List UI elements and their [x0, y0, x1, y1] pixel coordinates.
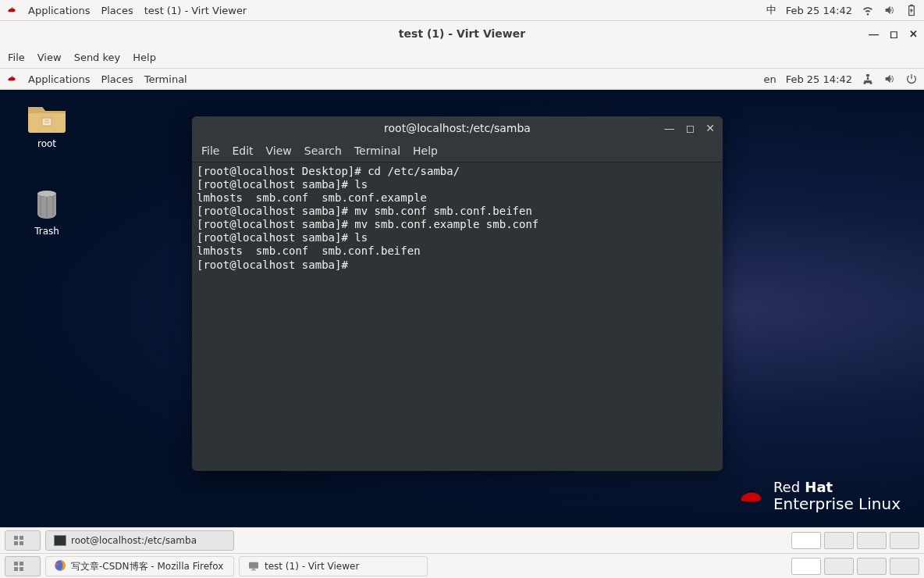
minimize-button[interactable]: —: [869, 28, 879, 40]
redhat-icon: [6, 73, 17, 84]
svg-rect-11: [252, 569, 255, 569]
redhat-icon: [6, 5, 17, 16]
host-taskbar: 写文章-CSDN博客 - Mozilla Firefox test (1) - …: [0, 553, 924, 578]
workspace-3[interactable]: [857, 558, 887, 575]
terminal-minimize-button[interactable]: —: [664, 122, 675, 134]
svg-rect-2: [20, 536, 23, 540]
terminal-title: root@localhost:/etc/samba: [384, 122, 531, 134]
guest-task-terminal[interactable]: root@localhost:/etc/samba: [45, 530, 234, 551]
vv-menu-file[interactable]: File: [8, 52, 25, 63]
svg-rect-1: [14, 536, 18, 540]
terminal-body[interactable]: [root@localhost Desktop]# cd /etc/samba/…: [192, 162, 723, 471]
svg-rect-7: [14, 567, 18, 571]
wifi-icon[interactable]: [862, 4, 874, 16]
host-show-desktop-button[interactable]: [5, 556, 41, 576]
host-task-label: 写文章-CSDN博客 - Mozilla Firefox: [71, 560, 223, 573]
terminal-icon: [54, 535, 66, 546]
terminal-menubar: File Edit View Search Terminal Help: [192, 140, 723, 162]
trash-icon: [27, 188, 67, 221]
workspace-4[interactable]: [890, 558, 919, 575]
workspace-1[interactable]: [791, 532, 821, 549]
host-topbar: Applications Places test (1) - Virt View…: [0, 0, 924, 21]
guest-desktop[interactable]: root Trash root@localhost:/etc/samba — ◻…: [0, 90, 924, 527]
host-task-firefox[interactable]: 写文章-CSDN博客 - Mozilla Firefox: [45, 556, 234, 576]
redhat-brand: Red Hat Enterprise Linux: [737, 480, 901, 513]
host-task-label: test (1) - Virt Viewer: [265, 561, 359, 572]
guest-workspace-switcher[interactable]: [791, 532, 919, 549]
virtviewer-menubar: File View Send key Help: [0, 46, 924, 69]
guest-task-label: root@localhost:/etc/samba: [71, 535, 197, 546]
term-menu-view[interactable]: View: [266, 144, 292, 157]
volume-icon[interactable]: [883, 73, 896, 85]
virtviewer-window: test (1) - Virt Viewer — ◻ ✕ File View S…: [0, 21, 924, 553]
virtviewer-titlebar: test (1) - Virt Viewer — ◻ ✕: [0, 21, 924, 46]
terminal-maximize-button[interactable]: ◻: [686, 122, 695, 134]
term-menu-search[interactable]: Search: [304, 144, 342, 157]
virtviewer-title: test (1) - Virt Viewer: [399, 27, 525, 40]
host-active-app[interactable]: test (1) - Virt Viewer: [144, 5, 247, 16]
host-datetime[interactable]: Feb 25 14:42: [786, 5, 852, 16]
term-menu-file[interactable]: File: [201, 144, 219, 157]
battery-icon[interactable]: [905, 4, 918, 16]
workspace-2[interactable]: [824, 532, 854, 549]
guest-show-desktop-button[interactable]: [5, 530, 41, 551]
terminal-window: root@localhost:/etc/samba — ◻ ✕ File Edi…: [192, 116, 723, 471]
desktop-icon-trash[interactable]: Trash: [16, 188, 78, 237]
desktop-icon-root[interactable]: root: [16, 101, 78, 149]
guest-lang[interactable]: en: [763, 73, 776, 85]
term-menu-terminal[interactable]: Terminal: [354, 144, 400, 157]
workspace-1[interactable]: [791, 558, 821, 575]
svg-rect-6: [20, 562, 23, 566]
brand-line2: Enterprise Linux: [773, 494, 901, 513]
folder-icon: [27, 101, 67, 134]
terminal-close-button[interactable]: ✕: [705, 122, 715, 134]
close-button[interactable]: ✕: [909, 28, 918, 40]
brand-red: Red: [773, 479, 800, 495]
host-workspace-switcher[interactable]: [791, 558, 919, 575]
host-input-method[interactable]: 中: [766, 3, 777, 17]
workspace-3[interactable]: [857, 532, 887, 549]
desktop-icon-label: root: [16, 138, 78, 149]
term-menu-help[interactable]: Help: [413, 144, 438, 157]
svg-rect-12: [251, 570, 257, 571]
guest-active-app[interactable]: Terminal: [144, 73, 187, 85]
guest-vm: Applications Places Terminal en Feb 25 1…: [0, 69, 924, 553]
guest-applications-menu[interactable]: Applications: [28, 73, 90, 85]
guest-taskbar: root@localhost:/etc/samba: [0, 527, 924, 553]
network-icon[interactable]: [862, 73, 874, 85]
vv-menu-help[interactable]: Help: [133, 52, 156, 63]
term-menu-edit[interactable]: Edit: [232, 144, 253, 157]
host-applications-menu[interactable]: Applications: [28, 5, 90, 16]
guest-datetime[interactable]: Feb 25 14:42: [786, 73, 852, 85]
terminal-titlebar[interactable]: root@localhost:/etc/samba — ◻ ✕: [192, 116, 723, 140]
svg-rect-3: [14, 541, 18, 545]
svg-rect-4: [20, 541, 23, 545]
workspace-2[interactable]: [824, 558, 854, 575]
redhat-hat-icon: [737, 482, 766, 512]
workspace-4[interactable]: [890, 532, 919, 549]
vv-menu-view[interactable]: View: [37, 52, 62, 63]
guest-topbar: Applications Places Terminal en Feb 25 1…: [0, 69, 924, 90]
power-icon[interactable]: [905, 73, 918, 85]
firefox-icon: [54, 559, 66, 574]
host-places-menu[interactable]: Places: [101, 5, 133, 16]
monitor-icon: [247, 560, 260, 573]
svg-rect-5: [14, 562, 18, 566]
maximize-button[interactable]: ◻: [890, 28, 898, 40]
svg-point-0: [37, 191, 56, 197]
desktop-icon-label: Trash: [16, 226, 78, 237]
volume-icon[interactable]: [883, 4, 896, 16]
brand-hat: Hat: [805, 479, 833, 495]
host-task-virtviewer[interactable]: test (1) - Virt Viewer: [239, 556, 428, 576]
svg-rect-8: [20, 567, 23, 571]
svg-rect-10: [249, 562, 258, 569]
guest-places-menu[interactable]: Places: [101, 73, 133, 85]
vv-menu-sendkey[interactable]: Send key: [74, 52, 121, 63]
